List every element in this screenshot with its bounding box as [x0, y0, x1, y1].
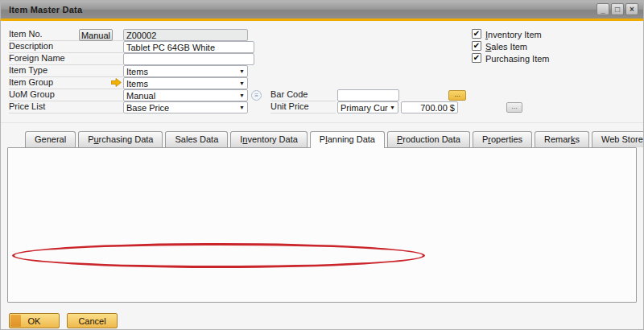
unit-price-label: Unit Price	[270, 101, 336, 113]
cancel-button[interactable]: Cancel	[67, 313, 118, 328]
item-type-label: Item Type	[9, 65, 123, 77]
chevron-down-icon: ▼	[390, 105, 395, 110]
sales-item-label: Sales Item	[485, 42, 527, 52]
unit-price-input[interactable]	[401, 101, 458, 113]
window-title: Item Master Data	[9, 5, 82, 14]
inventory-item-checkbox[interactable]: ✔	[472, 29, 481, 39]
foreign-name-label: Foreign Name	[9, 53, 123, 65]
price-list-dropdown[interactable]: Base Price ▼	[123, 101, 248, 113]
planning-data-panel	[7, 147, 637, 303]
item-group-dropdown[interactable]: Items ▼	[123, 77, 248, 89]
chevron-down-icon: ▼	[239, 80, 245, 86]
uom-list-icon[interactable]: ≡	[251, 90, 262, 101]
uom-group-label: UoM Group	[9, 89, 123, 101]
tab-purchasing-data[interactable]: Purchasing Data	[78, 131, 163, 147]
item-type-value: Items	[126, 67, 148, 76]
ok-button[interactable]: OK	[9, 313, 60, 328]
chevron-down-icon: ▼	[239, 93, 245, 98]
tab-production-data[interactable]: Production Data	[387, 131, 470, 147]
item-type-dropdown[interactable]: Items ▼	[123, 65, 248, 77]
unit-price-currency-dropdown[interactable]: Primary Curr ▼	[337, 101, 398, 113]
bar-code-input[interactable]	[337, 89, 399, 101]
unit-price-currency-value: Primary Curr	[341, 103, 388, 113]
tab-planning-data[interactable]: Planning Data	[310, 131, 385, 148]
sales-item-checkbox[interactable]: ✔	[472, 41, 481, 51]
description-input[interactable]	[123, 41, 254, 53]
accent-bar	[1, 19, 644, 21]
uom-group-dropdown[interactable]: Manual ▼	[123, 89, 248, 101]
tab-inventory-data[interactable]: Inventory Data	[230, 131, 308, 147]
tab-web-store[interactable]: Web Store	[592, 131, 644, 147]
tab-remarks[interactable]: Remarks	[535, 131, 589, 147]
maximize-icon[interactable]: □	[611, 3, 624, 15]
minimize-icon[interactable]: _	[597, 3, 609, 15]
item-group-label: Item Group	[9, 77, 123, 89]
tab-strip: General Purchasing Data Sales Data Inven…	[25, 131, 644, 147]
close-icon[interactable]: ×	[625, 3, 638, 15]
purchasing-item-checkbox[interactable]: ✔	[472, 53, 481, 63]
tab-properties[interactable]: Properties	[473, 131, 532, 147]
item-no-series-button[interactable]: Manual	[79, 29, 113, 41]
bar-code-browse-button[interactable]: ...	[448, 90, 466, 101]
purchasing-item-label: Purchasing Item	[485, 54, 549, 64]
tab-general[interactable]: General	[25, 131, 76, 147]
bar-code-label: Bar Code	[270, 89, 336, 101]
link-arrow-icon[interactable]	[111, 78, 122, 89]
price-list-label: Price List	[9, 101, 123, 113]
tab-sales-data[interactable]: Sales Data	[165, 131, 228, 147]
chevron-down-icon: ▼	[239, 105, 245, 110]
foreign-name-input[interactable]	[123, 53, 254, 65]
uom-group-value: Manual	[126, 91, 155, 101]
item-master-data-window: Item Master Data _ □ × Item No. Manual D…	[0, 0, 644, 330]
chevron-down-icon: ▼	[239, 68, 245, 74]
ok-button-accent	[10, 315, 21, 327]
price-list-value: Base Price	[126, 103, 169, 113]
item-group-value: Items	[126, 79, 148, 89]
inventory-item-label: Inventory Item	[485, 30, 542, 39]
unit-price-browse-button[interactable]: ...	[506, 102, 522, 113]
description-label: Description	[9, 41, 123, 53]
header-separator	[1, 122, 644, 123]
item-no-input[interactable]	[123, 29, 248, 41]
title-bar: Item Master Data	[1, 1, 644, 19]
